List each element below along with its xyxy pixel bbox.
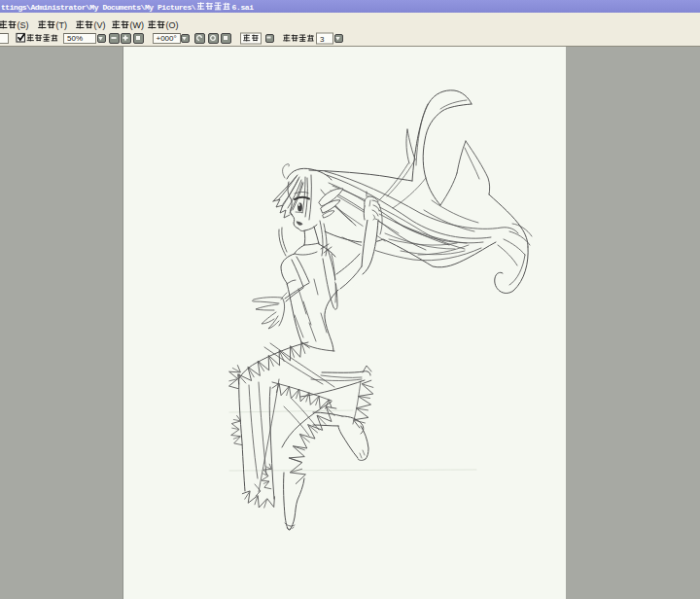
svg-text:(V): (V) <box>94 20 106 30</box>
svg-text:(O): (O) <box>166 20 179 30</box>
svg-text:(T): (T) <box>56 20 68 30</box>
svg-text:(W): (W) <box>130 20 145 30</box>
svg-text:3: 3 <box>320 35 325 44</box>
svg-text:6.sai: 6.sai <box>232 3 255 12</box>
svg-text:(S): (S) <box>18 20 29 30</box>
svg-text:ttings\Administrator\My Docume: ttings\Administrator\My Documents\My Pic… <box>1 3 196 12</box>
